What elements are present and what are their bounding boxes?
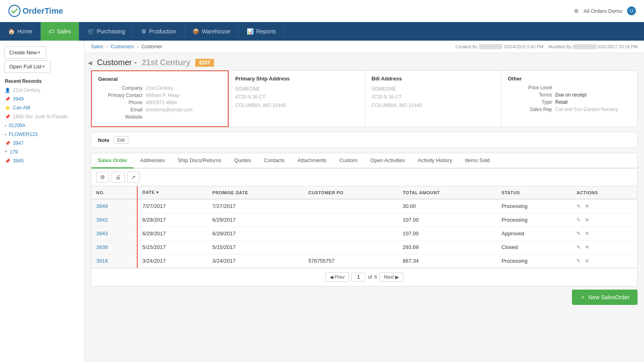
gear-icon[interactable]: ⚙ xyxy=(574,8,579,14)
tab-ship-docs[interactable]: Ship Docs/Returns xyxy=(171,153,227,169)
edit-action-icon[interactable]: ✎ xyxy=(576,258,581,264)
pin-icon-2: 📌 xyxy=(5,114,10,119)
sidebar-record-3[interactable]: ⭐ Can AM xyxy=(0,103,84,112)
sidebar-record-6[interactable]: ▪ FLOWER123 xyxy=(0,130,84,139)
col-date[interactable]: DATE ▾ xyxy=(137,186,208,199)
sidebar-record-1[interactable]: 👤 21st Century xyxy=(0,86,84,95)
col-promise-date: PROMISE DATE xyxy=(208,186,303,199)
edit-action-icon[interactable]: ✎ xyxy=(576,217,581,223)
ship-panel-title: Primary Ship Address xyxy=(235,76,359,82)
edit-action-icon[interactable]: ✎ xyxy=(576,203,581,209)
order-link[interactable]: 3943 xyxy=(96,230,108,237)
sidebar-record-5[interactable]: ▪ 01209A xyxy=(0,121,84,130)
other-panel-title: Other xyxy=(508,76,631,82)
create-new-button[interactable]: Create New ▼ xyxy=(4,46,46,59)
breadcrumb-sales[interactable]: Sales xyxy=(91,44,103,49)
cell-status: Processing xyxy=(497,199,572,213)
tab-attachments[interactable]: Attachments xyxy=(291,153,333,169)
open-full-list-button[interactable]: Open Full List ▼ xyxy=(4,60,51,73)
sidebar-record-8[interactable]: ❝ 179 xyxy=(0,148,84,156)
box-icon: ▪ xyxy=(5,123,6,128)
page-input[interactable] xyxy=(351,273,365,282)
nav-warehouse[interactable]: 📦 Warehouse xyxy=(184,22,239,41)
nav-home[interactable]: 🏠 Home xyxy=(0,22,41,41)
table-row: 3918 3/24/2017 3/24/2017 576755757 867.3… xyxy=(91,254,637,268)
pagination: ◀ Prev of 6 Next ▶ xyxy=(91,268,638,286)
breadcrumb-current: Customer xyxy=(141,44,162,49)
purchasing-icon: 🛒 xyxy=(87,28,94,35)
print-toolbar-button[interactable]: 🖨 xyxy=(111,172,125,183)
sidebar-record-9[interactable]: 📌 3945 xyxy=(0,156,84,165)
tab-contacts[interactable]: Contacts xyxy=(258,153,291,169)
reports-icon: 📊 xyxy=(247,28,254,35)
top-right-bar: ⚙ All Orders Demo U xyxy=(574,6,636,15)
type-value: Retail xyxy=(555,99,631,105)
nav-production[interactable]: ⚙ Production xyxy=(133,22,184,41)
nav-reports[interactable]: 📊 Reports xyxy=(239,22,284,41)
delete-action-icon[interactable]: ✕ xyxy=(585,217,589,223)
user-avatar[interactable]: U xyxy=(627,6,636,15)
contact-label: Primary Contact xyxy=(98,93,142,98)
cell-total: 107.00 xyxy=(398,227,497,241)
collapse-arrow[interactable]: ◀ xyxy=(88,60,92,66)
export-toolbar-button[interactable]: ↗ xyxy=(127,172,140,183)
sidebar-record-4[interactable]: 📌 1800 Sec Junk St Parade xyxy=(0,112,84,121)
new-sales-order-button[interactable]: ＋ New SalesOrder xyxy=(572,290,638,305)
cell-actions: ✎ ✕ xyxy=(572,254,637,268)
tab-custom[interactable]: Custom xyxy=(333,153,364,169)
edit-action-icon[interactable]: ✎ xyxy=(576,230,581,237)
nav-sales[interactable]: 🏷 Sales xyxy=(41,22,79,41)
breadcrumb-customers[interactable]: Customers xyxy=(111,44,134,49)
delete-action-icon[interactable]: ✕ xyxy=(585,230,589,237)
logo-icon xyxy=(8,4,21,17)
order-link[interactable]: 3942 xyxy=(96,217,108,223)
order-link[interactable]: 3938 xyxy=(96,244,108,250)
next-button[interactable]: Next ▶ xyxy=(380,272,403,282)
bill-address: SOMEONE 4729 N 36 CT COLUMBIA, MO 21440 xyxy=(372,85,495,109)
order-link[interactable]: 3918 xyxy=(96,258,108,264)
sales-rep-label: Sales Rep xyxy=(508,107,552,112)
box-icon-2: ▪ xyxy=(5,132,6,137)
delete-action-icon[interactable]: ✕ xyxy=(585,258,589,264)
tab-items-sold[interactable]: Items Sold xyxy=(458,153,496,169)
tab-activity-history[interactable]: Activity History xyxy=(411,153,458,169)
tabs-section: Sales Order Addresses Ship Docs/Returns … xyxy=(91,153,638,169)
cell-customer-po xyxy=(303,199,398,213)
star-icon: ⭐ xyxy=(5,105,10,111)
order-link[interactable]: 3949 xyxy=(96,203,108,209)
tab-addresses[interactable]: Addresses xyxy=(134,153,171,169)
tab-sales-order[interactable]: Sales Order xyxy=(91,153,134,169)
settings-toolbar-button[interactable]: ⚙ xyxy=(96,172,109,183)
page-of-label: of xyxy=(368,274,372,280)
cell-actions: ✎ ✕ xyxy=(572,241,637,254)
tab-quotes[interactable]: Quotes xyxy=(228,153,258,169)
cell-status: Processing xyxy=(497,254,572,268)
cell-promise-date: 6/29/2017 xyxy=(208,213,303,227)
ship-panel: Primary Ship Address SOMEONE 4729 N 36 C… xyxy=(229,70,365,127)
note-edit-button[interactable]: Edit xyxy=(114,136,128,144)
breadcrumb-sep-2: › xyxy=(137,44,138,49)
top-bar: OrderTime ⚙ All Orders Demo U xyxy=(0,0,644,22)
cell-customer-po xyxy=(303,227,398,241)
company-label: Company xyxy=(98,85,142,91)
cell-total: 293.69 xyxy=(398,241,497,254)
sidebar-record-7[interactable]: 📌 3947 xyxy=(0,139,84,148)
sales-icon: 🏷 xyxy=(49,28,54,35)
cell-no: 3949 xyxy=(91,199,137,213)
terms-row: Terms Due on receipt xyxy=(508,92,631,98)
pin-icon-3: 📌 xyxy=(5,141,10,146)
warehouse-icon: 📦 xyxy=(192,28,199,35)
app-body: Create New ▼ Open Full List ▼ Recent Rec… xyxy=(0,41,644,362)
tab-open-activities[interactable]: Open Activities xyxy=(364,153,411,169)
nav-purchasing[interactable]: 🛒 Purchasing xyxy=(79,22,133,41)
chevron-down-icon: ▼ xyxy=(41,64,45,69)
customer-title: Customer - xyxy=(97,58,137,67)
svg-point-0 xyxy=(9,5,20,16)
edit-action-icon[interactable]: ✎ xyxy=(576,244,581,250)
edit-badge[interactable]: EDIT xyxy=(195,59,214,67)
contact-value: William P. Heap xyxy=(146,93,221,98)
delete-action-icon[interactable]: ✕ xyxy=(585,244,589,250)
prev-button[interactable]: ◀ Prev xyxy=(325,272,349,282)
delete-action-icon[interactable]: ✕ xyxy=(585,203,589,209)
sidebar-record-2[interactable]: 📌 3949 xyxy=(0,95,84,103)
